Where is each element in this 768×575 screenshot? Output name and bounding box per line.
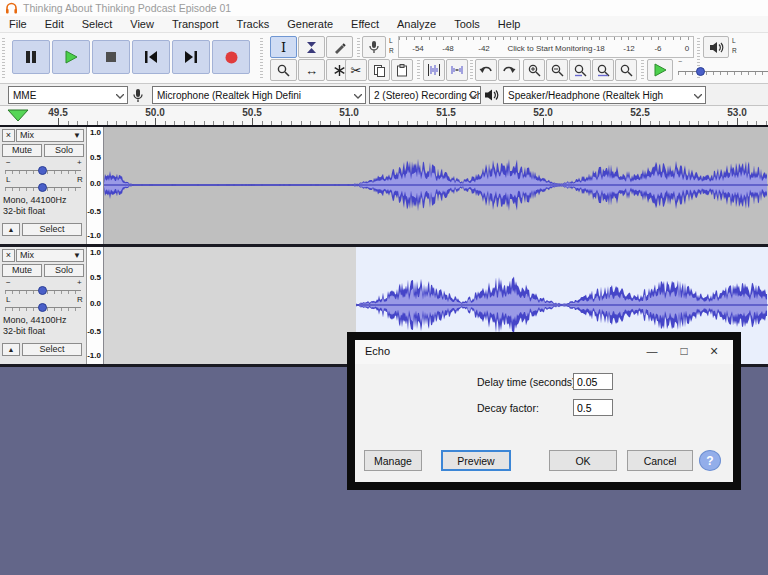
audacity-window: Thinking About Thinking Podcast Episode … (0, 0, 768, 575)
menu-item-select[interactable]: Select (73, 16, 122, 32)
menu-item-view[interactable]: View (121, 16, 163, 32)
track1-collapse-button[interactable]: ▲ (2, 223, 20, 236)
cancel-button[interactable]: Cancel (627, 450, 693, 471)
silence-audio-icon (450, 64, 464, 76)
track1-solo-button[interactable]: Solo (44, 144, 84, 157)
track2-close-button[interactable]: × (2, 249, 15, 262)
undo-icon (479, 65, 493, 76)
help-button[interactable]: ? (699, 450, 721, 471)
record-button[interactable] (212, 40, 250, 74)
silence-audio-button[interactable] (446, 59, 468, 81)
fit-project-button[interactable] (592, 59, 614, 81)
echo-dialog-titlebar[interactable]: Echo — □ × (355, 340, 733, 364)
track1-vertical-ruler[interactable]: 1.00.50.0-0.5-1.0 (88, 127, 104, 244)
menu-item-generate[interactable]: Generate (278, 16, 342, 32)
track2-select-button[interactable]: Select (22, 343, 82, 356)
envelope-tool-button[interactable] (298, 36, 325, 58)
toolbar-area: I ↔ L R -54-48-42Click to Start Monitori… (0, 33, 768, 84)
toolbar-grip[interactable] (417, 60, 420, 80)
menu-item-file[interactable]: File (0, 16, 36, 32)
track1-gain-thumb[interactable] (38, 166, 47, 175)
preview-button[interactable]: Preview (441, 450, 511, 471)
dropdown-triangle-icon: ▼ (73, 252, 81, 260)
redo-button[interactable] (498, 59, 520, 81)
record-meter-button[interactable] (362, 36, 386, 58)
speaker-icon (484, 88, 500, 102)
menu-item-transport[interactable]: Transport (163, 16, 228, 32)
minimize-button[interactable]: — (639, 342, 665, 360)
track1-close-button[interactable]: × (2, 129, 15, 142)
speed-slider-thumb[interactable] (696, 67, 705, 76)
pause-button[interactable] (12, 40, 50, 74)
recording-device-dropdown[interactable]: Microphone (Realtek High Defini (152, 86, 366, 104)
track2-solo-button[interactable]: Solo (44, 264, 84, 277)
copy-button[interactable] (368, 59, 390, 81)
decay-factor-label: Decay factor: (477, 402, 539, 414)
audio-host-dropdown[interactable]: MME (8, 86, 128, 104)
close-icon: × (710, 343, 718, 359)
recording-channels-dropdown[interactable]: 2 (Stereo) Recording Chai (369, 86, 481, 104)
zoom-in-button[interactable] (523, 59, 545, 81)
menu-item-tools[interactable]: Tools (445, 16, 489, 32)
zoom-tool-button[interactable] (270, 59, 297, 81)
toolbar-grip[interactable] (470, 60, 473, 80)
undo-button[interactable] (475, 59, 497, 81)
menu-item-edit[interactable]: Edit (36, 16, 73, 32)
toolbar-grip[interactable] (2, 38, 5, 78)
track2-pan-thumb[interactable] (38, 303, 47, 312)
track1-mute-button[interactable]: Mute (2, 144, 42, 157)
time-shift-tool-button[interactable]: ↔ (298, 59, 325, 81)
paste-button[interactable] (391, 59, 413, 81)
chevron-down-icon (694, 94, 702, 99)
menu-item-help[interactable]: Help (489, 16, 530, 32)
maximize-button[interactable]: □ (671, 342, 697, 360)
cut-button[interactable]: ✂ (345, 59, 367, 81)
stop-button[interactable] (92, 40, 130, 74)
timeline-label: 49.5 (48, 107, 67, 118)
zoom-out-button[interactable] (546, 59, 568, 81)
track1-waveform-area[interactable] (104, 127, 768, 244)
skip-to-start-button[interactable] (132, 40, 170, 74)
amplitude-scale-label: -0.5 (87, 327, 101, 336)
playback-meter-button[interactable] (703, 36, 729, 58)
play-button[interactable] (52, 40, 90, 74)
record-meter-db-label: -6 (654, 44, 661, 53)
record-meter[interactable]: -54-48-42Click to Start Monitoring-18-12… (398, 36, 694, 58)
ok-button[interactable]: OK (549, 450, 617, 471)
amplitude-scale-label: 0.5 (90, 273, 101, 282)
track2-vertical-ruler[interactable]: 1.00.50.0-0.5-1.0 (88, 247, 104, 364)
track2-mute-button[interactable]: Mute (2, 264, 42, 277)
track2-title-menu[interactable]: Mix ▼ (16, 249, 84, 262)
toolbar-grip[interactable] (260, 38, 263, 78)
close-button[interactable]: × (701, 342, 727, 360)
play-cursor-triangle-icon[interactable] (7, 109, 29, 122)
trim-audio-button[interactable] (423, 59, 445, 81)
menu-item-tracks[interactable]: Tracks (228, 16, 279, 32)
toolbar-grip[interactable] (641, 60, 644, 80)
selection-tool-button[interactable]: I (270, 36, 297, 58)
decay-factor-input[interactable] (573, 399, 613, 416)
delay-time-input[interactable] (573, 373, 613, 390)
zoom-toggle-button[interactable] (615, 59, 637, 81)
track1-select-button[interactable]: Select (22, 223, 82, 236)
skip-end-icon (184, 50, 198, 64)
menu-item-effect[interactable]: Effect (342, 16, 388, 32)
track1-name: Mix (20, 131, 34, 140)
track2-gain-thumb[interactable] (38, 286, 47, 295)
track2-collapse-button[interactable]: ▲ (2, 343, 20, 356)
menu-item-analyze[interactable]: Analyze (388, 16, 445, 32)
track2-format-line2: 32-bit float (3, 326, 45, 336)
draw-tool-button[interactable] (326, 36, 353, 58)
manage-button[interactable]: Manage (364, 450, 422, 471)
skip-to-end-button[interactable] (172, 40, 210, 74)
time-shift-icon: ↔ (305, 63, 318, 78)
timeline-ruler[interactable]: 49.550.050.551.051.552.052.553.0 (0, 106, 768, 127)
playback-speed-slider[interactable]: − (678, 59, 768, 81)
playback-device-dropdown[interactable]: Speaker/Headphone (Realtek High (503, 86, 706, 104)
track1-title-menu[interactable]: Mix ▼ (16, 129, 84, 142)
fit-selection-button[interactable] (569, 59, 591, 81)
play-at-speed-button[interactable] (647, 59, 673, 81)
playback-meter-lr: L R (732, 37, 737, 54)
track1-pan-thumb[interactable] (38, 183, 47, 192)
zoom-out-icon (551, 64, 564, 77)
